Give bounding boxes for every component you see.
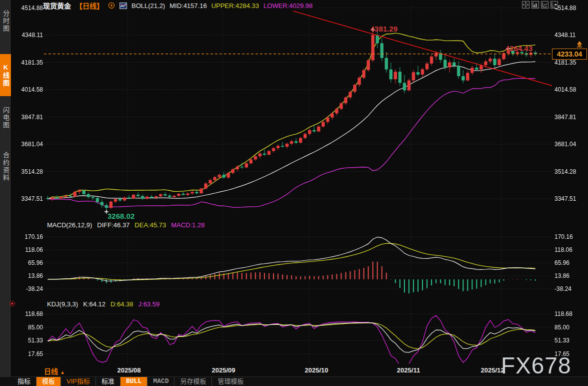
move-icon[interactable] xyxy=(522,1,530,9)
kdj-axis-tick: 118.68 xyxy=(15,310,43,317)
sidebar-tab-分时图[interactable]: 分时图 xyxy=(0,3,11,39)
chevron-up-icon: ▲ xyxy=(60,369,65,375)
price-axis-tick: 3347.51 xyxy=(15,195,43,202)
mini-chart-icon[interactable] xyxy=(120,3,127,9)
time-axis: 日线 ▲ 2025/082025/092025/102025/112025/12 xyxy=(0,363,588,377)
symbol-title: 现货黄金 xyxy=(43,1,71,11)
indicator-target-icon[interactable] xyxy=(9,300,16,309)
swing-high-annotation: 4264.43 xyxy=(506,44,532,53)
price-axis-tick: 4014.58 xyxy=(15,86,43,93)
price-axis-tick: 3847.81 xyxy=(15,114,43,121)
macd-axis-tick: 118.06 xyxy=(15,246,43,253)
macd-value: MACD:1.28 xyxy=(171,221,204,229)
price-axis-tick: 4181.35 xyxy=(554,59,586,66)
macd-axis-tick: -38.24 xyxy=(15,285,43,292)
date-label: 2025/11 xyxy=(397,366,420,374)
toolbar-item-另存模板[interactable]: 另存模板 xyxy=(174,377,212,386)
price-axis-tick: 3514.28 xyxy=(554,168,586,175)
kdj-axis-tick: 85.00 xyxy=(15,324,43,331)
period-label: 日线 xyxy=(44,367,58,375)
macd-axis-tick: 13.86 xyxy=(15,272,43,279)
period-badge: 【日线】 xyxy=(76,1,104,11)
toolbar-item-标准[interactable]: 标准 xyxy=(96,377,120,386)
kdj-axis-tick: 51.33 xyxy=(554,337,586,344)
price-axis-tick: 3847.81 xyxy=(554,114,586,121)
boll-label: BOLL(21,2) xyxy=(132,2,165,10)
macd-dea-value: DEA:45.73 xyxy=(134,221,166,229)
toolbar-item-VIP指标[interactable]: VIP指标 xyxy=(60,377,96,386)
kdj-axis-tick: 118.68 xyxy=(554,310,586,317)
high-price-annotation: 4381.29 xyxy=(370,25,398,33)
kdj-params: KDJ(9,3,3) xyxy=(47,300,78,308)
kline-chart-canvas[interactable] xyxy=(0,0,588,386)
price-arrow-icon[interactable] xyxy=(576,41,583,50)
chart-header: 现货黄金 【日线】 BOLL(21,2) MID:4157.16 UPPER:4… xyxy=(43,0,318,11)
sidebar-tab-合约资料[interactable]: 合约资料 xyxy=(0,140,11,193)
toolbar-item-模板[interactable]: 模板 xyxy=(36,377,60,386)
boll-lower-value: LOWER:4029.98 xyxy=(264,2,312,10)
price-axis-tick: 3347.51 xyxy=(554,195,586,202)
period-selector[interactable]: 日线 ▲ xyxy=(44,366,65,376)
boll-upper-value: UPPER:4284.33 xyxy=(212,2,259,10)
chart-type-sidebar: 分时图K线图闪电图合约资料 xyxy=(0,0,12,376)
kdj-label-row: KDJ(9,3,3) K:64.12 D:64.38 J:63.59 xyxy=(47,300,164,308)
trading-app: 分时图K线图闪电图合约资料 现货黄金 【日线】 BOLL(21,2) MID:4… xyxy=(0,0,588,386)
sidebar-tab-闪电图[interactable]: 闪电图 xyxy=(0,99,11,136)
export-icon[interactable] xyxy=(550,1,558,9)
macd-axis-tick: 118.06 xyxy=(554,246,586,253)
sidebar-tab-K线图[interactable]: K线图 xyxy=(0,54,11,96)
candle-chart-icon[interactable] xyxy=(541,1,548,9)
macd-axis-tick: 170.16 xyxy=(554,233,586,240)
price-axis-tick: 3681.04 xyxy=(15,141,43,148)
macd-axis-tick: 13.86 xyxy=(554,272,586,279)
kdj-axis-tick: 17.65 xyxy=(15,350,43,357)
kdj-axis-tick: 51.33 xyxy=(15,337,43,344)
toolbar-item-BULL[interactable]: BULL xyxy=(120,377,147,386)
toolbar-item-MACD[interactable]: MACD xyxy=(147,377,174,386)
chart-tool-icons xyxy=(522,1,558,9)
macd-diff-value: DIFF:46.37 xyxy=(97,221,130,229)
price-axis-tick: 4348.11 xyxy=(554,32,586,39)
price-axis-tick: 4181.35 xyxy=(15,59,43,66)
macd-label-row: MACD(26,12,9) DIFF:46.37 DEA:45.73 MACD:… xyxy=(47,221,208,229)
macd-axis-tick: 65.96 xyxy=(15,259,43,266)
price-axis-tick: 4514.88 xyxy=(554,5,586,12)
add-indicator-icon[interactable] xyxy=(108,2,115,9)
date-label: 2025/09 xyxy=(212,366,236,374)
price-axis-tick: 4014.58 xyxy=(554,86,586,93)
bar-chart-icon[interactable] xyxy=(532,1,539,9)
toolbar-item-管理模板[interactable]: 管理模板 xyxy=(212,377,249,386)
toolbar-item-指标[interactable]: 指标 xyxy=(12,377,36,386)
date-label: 2025/10 xyxy=(305,366,328,374)
price-axis-tick: 4514.88 xyxy=(15,5,43,12)
kdj-j-value: J:63.59 xyxy=(138,300,160,308)
fx678-watermark: FX678 xyxy=(501,352,572,379)
boll-mid-value: MID:4157.16 xyxy=(170,2,206,10)
low-price-annotation: 3268.02 xyxy=(108,212,134,220)
macd-axis-tick: -38.24 xyxy=(554,285,586,292)
price-axis-tick: 4348.11 xyxy=(15,32,43,39)
kdj-axis-tick: 85.00 xyxy=(554,324,586,331)
price-axis-tick: 3514.28 xyxy=(15,168,43,175)
bottom-toolbar: 指标模板VIP指标标准BULLMACD另存模板管理模板 xyxy=(0,377,588,386)
kdj-d-value: D:64.38 xyxy=(110,300,134,308)
macd-axis-tick: 170.16 xyxy=(15,233,43,240)
price-axis-tick: 3681.04 xyxy=(554,141,586,148)
macd-params: MACD(26,12,9) xyxy=(47,221,92,229)
date-label: 2025/08 xyxy=(118,366,141,374)
last-price-tag: 4233.04 xyxy=(552,49,587,60)
kdj-k-value: K:64.12 xyxy=(83,300,106,308)
macd-axis-tick: 65.96 xyxy=(554,259,586,266)
